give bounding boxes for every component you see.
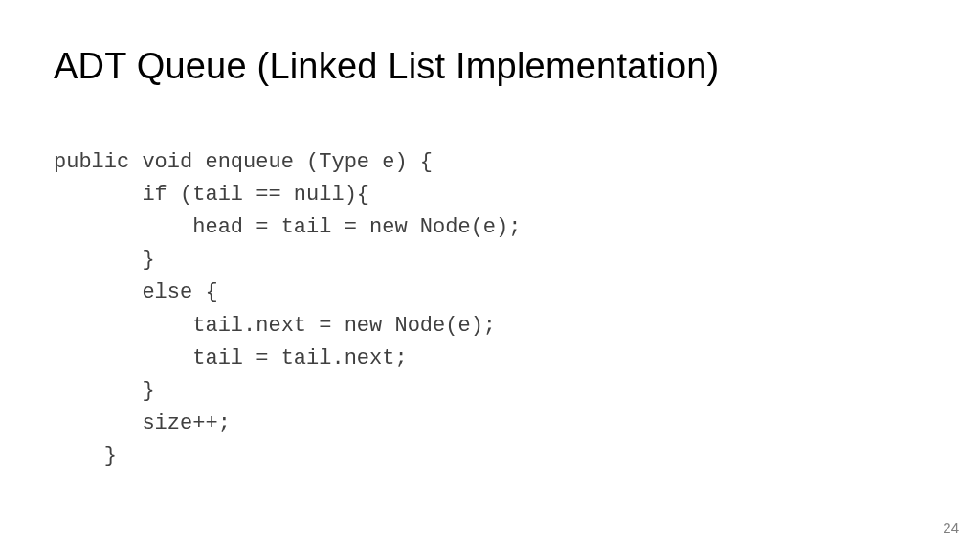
code-line: tail = tail.next; [54,346,408,370]
code-line: if (tail == null){ [54,183,369,207]
page-number: 24 [943,519,959,536]
code-line: tail.next = new Node(e); [54,314,496,338]
code-line: size++; [54,411,231,435]
code-line: head = tail = new Node(e); [54,215,521,239]
code-block: public void enqueue (Type e) { if (tail … [54,114,926,473]
slide-title: ADT Queue (Linked List Implementation) [54,46,926,87]
slide-content: ADT Queue (Linked List Implementation) p… [0,0,980,473]
code-line: public void enqueue (Type e) { [54,150,433,174]
code-line: } [54,248,155,272]
code-line: } [54,379,155,403]
code-line: else { [54,280,218,304]
code-line: } [54,444,117,468]
